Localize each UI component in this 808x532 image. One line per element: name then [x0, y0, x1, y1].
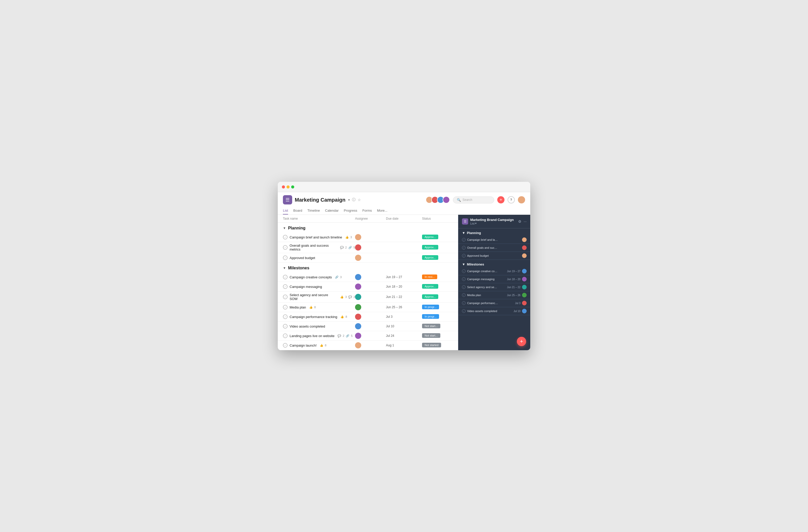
table-row: ✓ Campaign performance tracking 👍8 Jul 3… — [278, 312, 458, 322]
sidebar-assignee-avatar — [522, 245, 527, 250]
assignee-avatar — [355, 323, 361, 329]
task-check[interactable]: ✓ — [283, 245, 288, 250]
status-badge: Not start... — [422, 333, 440, 338]
planning-title: Planning — [288, 226, 306, 230]
table-row: ✓ Video assets completed Jul 10 Not star… — [278, 322, 458, 331]
task-assignee — [355, 323, 386, 329]
minimize-button[interactable] — [287, 185, 290, 189]
more-icon[interactable]: ··· — [524, 220, 527, 224]
star-icon[interactable]: ☆ — [357, 198, 361, 202]
task-name-cell: ✓ Campaign creative concepts 🔗3 — [283, 275, 355, 279]
sidebar-task-date: Jul 10 — [514, 310, 520, 312]
sidebar-task-name: Campaign messaging — [467, 278, 494, 281]
task-name: Campaign creative concepts — [290, 275, 332, 279]
sidebar-task-check: ✓ — [462, 246, 465, 249]
task-name: Landing pages live on website — [290, 334, 334, 338]
list-item[interactable]: ✓ Video assets completed Jul 10 — [458, 307, 530, 315]
sidebar-section-planning[interactable]: ▼ Planning — [458, 228, 530, 236]
sidebar-section-milestones[interactable]: ▼ Milestones — [458, 260, 530, 267]
link-icon: 🔗 — [335, 276, 338, 279]
filter-icon[interactable]: ⚙ — [518, 220, 521, 224]
task-name-cell: ✓ Campaign performance tracking 👍8 — [283, 315, 355, 319]
tab-calendar[interactable]: Calendar — [325, 207, 339, 214]
assignee-avatar — [355, 342, 361, 348]
task-status: Approv... — [422, 284, 453, 289]
maximize-button[interactable] — [291, 185, 294, 189]
sidebar-task-check: ✓ — [462, 277, 465, 281]
help-button[interactable]: ? — [508, 196, 515, 204]
status-badge: Approv... — [422, 234, 438, 239]
col-duedate: Due date — [386, 217, 422, 221]
thumbs-up-icon: 👍 — [320, 344, 323, 347]
task-check[interactable]: ✓ — [283, 255, 288, 260]
add-button[interactable]: + — [497, 196, 504, 204]
task-status: Not start... — [422, 324, 453, 329]
sidebar-panel: ☰ Marketing Brand Campaign List ▾ ⚙ ··· — [458, 215, 530, 350]
section-milestones[interactable]: ▼ Milestones — [278, 263, 458, 272]
list-item[interactable]: ✓ Overall goals and success metrics — [458, 244, 530, 252]
tab-forms[interactable]: Forms — [362, 207, 372, 214]
tab-more[interactable]: More... — [377, 207, 387, 214]
task-date: Jun 19 – 27 — [386, 275, 422, 279]
task-status: Not started — [422, 343, 453, 348]
sidebar-task-left: ✓ Video assets completed — [462, 309, 514, 313]
task-date: Jun 18 – 20 — [386, 285, 422, 288]
search-bar[interactable]: 🔍 Search — [453, 196, 494, 204]
sidebar-task-date: Jul 3 — [515, 302, 520, 305]
sidebar-task-name: Overall goals and success metrics — [467, 246, 498, 249]
list-item[interactable]: ✓ Campaign performance track... Jul 3 — [458, 299, 530, 307]
table-row: ✓ Approved budget Approv... — [278, 253, 458, 263]
info-icon[interactable]: ⓘ — [352, 197, 355, 202]
comment-icon: 💬 — [337, 334, 341, 338]
task-check[interactable]: ✓ — [283, 324, 288, 328]
list-item[interactable]: ✓ Media plan Jun 25 – 26 — [458, 291, 530, 299]
task-check[interactable]: ✓ — [283, 334, 288, 338]
tab-progress[interactable]: Progress — [344, 207, 357, 214]
table-header: Task name Assignee Due date Status — [278, 215, 458, 223]
list-item[interactable]: ✓ Campaign messaging Jun 18 – 20 — [458, 275, 530, 283]
task-name: Campaign brief and launch timeline — [290, 235, 342, 239]
list-item[interactable]: ✓ Campaign creative conc... Jun 19 – 27 — [458, 267, 530, 275]
tab-board[interactable]: Board — [293, 207, 302, 214]
list-item[interactable]: ✓ Select agency and secu... Jun 21 – 22 — [458, 283, 530, 291]
list-item[interactable]: ✓ Campaign brief and launch timeline — [458, 236, 530, 244]
sidebar-assignee-avatar — [522, 293, 527, 298]
list-item[interactable]: ✓ Approved budget — [458, 252, 530, 260]
task-check[interactable]: ✓ — [283, 343, 288, 348]
section-planning[interactable]: ▼ Planning — [278, 223, 458, 232]
sidebar-task-check: ✓ — [462, 309, 465, 313]
status-badge: Approv... — [422, 245, 438, 249]
fab-add-button[interactable]: + — [517, 337, 526, 346]
task-check[interactable]: ✓ — [283, 275, 288, 279]
task-check[interactable]: ✓ — [283, 235, 288, 240]
close-button[interactable] — [282, 185, 285, 189]
status-badge: Not started — [422, 343, 441, 347]
sidebar-task-name: Media plan — [467, 293, 481, 297]
sidebar-task-date: Jun 21 – 22 — [507, 286, 520, 289]
thumbs-up-icon: 👍 — [345, 235, 349, 239]
task-name-cell: ✓ Landing pages live on website 💬2 🔗5 — [283, 334, 355, 338]
task-check[interactable]: ✓ — [283, 315, 288, 319]
sidebar-assignee-avatar — [522, 277, 527, 282]
table-row: ✓ Campaign creative concepts 🔗3 Jun 19 –… — [278, 272, 458, 282]
traffic-lights — [282, 185, 294, 189]
assignee-avatar — [355, 244, 361, 250]
col-taskname: Task name — [283, 217, 355, 221]
dropdown-arrow-icon[interactable]: ▾ — [348, 198, 350, 202]
table-row: ✓ Landing pages live on website 💬2 🔗5 Ju… — [278, 331, 458, 341]
task-name: Overall goals and success metrics — [290, 244, 337, 251]
sidebar-task-left: ✓ Select agency and secu... — [462, 285, 507, 289]
sidebar-task-name: Select agency and secu... — [467, 286, 498, 289]
tab-timeline[interactable]: Timeline — [307, 207, 320, 214]
task-meta: 👍8 — [341, 315, 347, 319]
task-check[interactable]: ✓ — [283, 294, 288, 299]
task-name: Campaign messaging — [290, 285, 322, 289]
task-name-cell: ✓ Select agency and secure SOW 👍3 💬2 — [283, 293, 355, 301]
tab-list[interactable]: List — [283, 207, 288, 214]
task-check[interactable]: ✓ — [283, 284, 288, 289]
sidebar-assignee-avatar — [522, 238, 527, 242]
task-check[interactable]: ✓ — [283, 305, 288, 309]
sidebar-task-name: Campaign brief and launch timeline — [467, 238, 498, 241]
user-avatar[interactable] — [518, 196, 525, 204]
table-row: ✓ Campaign launch! 👍8 Aug 1 Not started — [278, 341, 458, 350]
